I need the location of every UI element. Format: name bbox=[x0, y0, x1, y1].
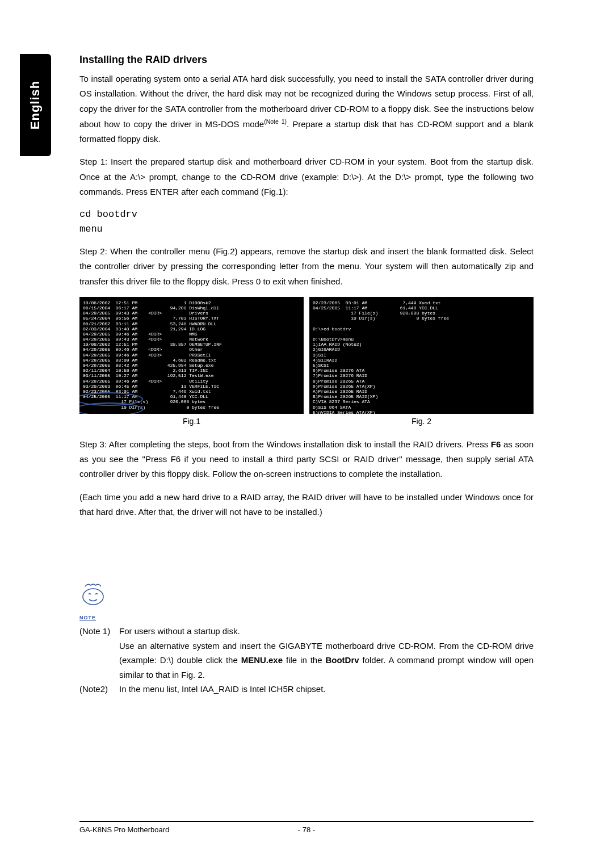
caption-fig2: Fig. 2 bbox=[309, 417, 534, 426]
command-block: cd bootdrv menu bbox=[79, 207, 534, 236]
note-block: NOTE (Note 1) For users without a startu… bbox=[79, 582, 534, 697]
note1-line1: For users without a startup disk. bbox=[119, 624, 534, 639]
terminal-row: 10/08/2002 12:51 PM 1 D1000sk2 06/15/200… bbox=[79, 297, 534, 414]
paragraph-step2: Step 2: When the controller menu (Fig.2)… bbox=[79, 244, 534, 289]
terminal1-text: 10/08/2002 12:51 PM 1 D1000sk2 06/15/200… bbox=[83, 300, 222, 414]
step3-f6: F6 bbox=[491, 439, 501, 449]
paragraph-step3: Step 3: After completing the steps, boot… bbox=[79, 437, 534, 482]
caption-fig1: Fig.1 bbox=[79, 417, 304, 426]
language-label: English bbox=[28, 81, 43, 129]
note-label: NOTE bbox=[79, 615, 96, 621]
footer-page-number: - 78 - bbox=[231, 825, 383, 834]
note1-line2: Use an alternative system and insert the… bbox=[119, 639, 534, 682]
note-face-icon bbox=[79, 582, 107, 609]
note-row-1: (Note 1) For users without a startup dis… bbox=[79, 624, 534, 639]
paragraph-intro: To install operating system onto a seria… bbox=[79, 72, 534, 146]
terminal-fig1: 10/08/2002 12:51 PM 1 D1000sk2 06/15/200… bbox=[79, 297, 304, 414]
notes-list: (Note 1) For users without a startup dis… bbox=[79, 624, 534, 697]
svg-point-0 bbox=[83, 589, 103, 605]
note1-key: (Note 1) bbox=[79, 624, 119, 639]
terminal-fig2: 02/23/2005 03:01 AM 7,449 Xucd.txt 04/25… bbox=[309, 297, 534, 414]
paragraph-note-array: (Each time you add a new hard drive to a… bbox=[79, 490, 534, 520]
note1b-bold1: MENU.exe bbox=[241, 655, 283, 665]
note-row-2: (Note2) In the menu list, Intel IAA_RAID… bbox=[79, 682, 534, 697]
page-content: Installing the RAID drivers To install o… bbox=[79, 54, 534, 697]
note-row-1b: Use an alternative system and insert the… bbox=[79, 639, 534, 682]
note2-text: In the menu list, Intel IAA_RAID is Inte… bbox=[119, 682, 534, 697]
note-ref-1: (Note 1) bbox=[264, 118, 287, 125]
language-tab: English bbox=[20, 54, 51, 156]
step3-a: Step 3: After completing the steps, boot… bbox=[79, 439, 491, 449]
caption-row: Fig.1 Fig. 2 bbox=[79, 417, 534, 426]
note-spacer bbox=[79, 639, 119, 682]
page-footer: GA-K8NS Pro Motherboard - 78 - bbox=[79, 821, 534, 834]
terminal2-text: 02/23/2005 03:01 AM 7,449 Xucd.txt 04/25… bbox=[313, 300, 449, 414]
cmd-menu: menu bbox=[79, 222, 534, 237]
note2-key: (Note2) bbox=[79, 682, 119, 697]
section-heading: Installing the RAID drivers bbox=[79, 54, 534, 66]
footer-right bbox=[382, 825, 534, 834]
note1b-bold2: BootDrv bbox=[325, 655, 359, 665]
paragraph-step1: Step 1: Insert the prepared startup disk… bbox=[79, 154, 534, 199]
cmd-cd: cd bootdrv bbox=[79, 207, 534, 222]
footer-left: GA-K8NS Pro Motherboard bbox=[79, 825, 231, 834]
note1b-mid: file in the bbox=[283, 655, 325, 665]
